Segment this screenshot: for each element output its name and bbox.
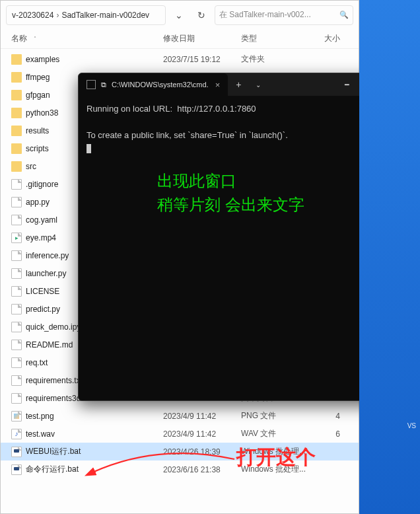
py-icon (11, 197, 22, 207)
file-name: app.py (26, 198, 50, 207)
search-box[interactable]: 在 SadTalker-main-v002... 🔍 (215, 5, 353, 25)
file-type: WAV 文件 (241, 428, 310, 439)
cmd-icon: ⧉ (101, 81, 106, 89)
file-name: eye.mp4 (26, 233, 56, 242)
explorer-toolbar: v-20230624 › SadTalker-main-v002dev ⌄ ↻ … (1, 1, 359, 29)
tab-dropdown-button[interactable]: ⌄ (249, 81, 267, 89)
dropdown-history-button[interactable]: ⌄ (170, 6, 188, 24)
file-type: 文件夹 (241, 54, 310, 65)
folder-icon (11, 143, 22, 154)
file-name: ffmpeg (26, 73, 50, 82)
terminal-tab[interactable]: ⧉ C:\WINDOWS\system32\cmd. × (79, 73, 228, 96)
desktop-background: VS (359, 0, 420, 514)
file-type: Windows 批处理... (241, 446, 310, 457)
file-icon (11, 375, 22, 386)
png-icon (11, 411, 22, 422)
bat-icon (11, 464, 22, 475)
file-name: predict.py (26, 305, 60, 314)
wav-icon (11, 429, 22, 439)
file-name: test.png (26, 412, 54, 421)
file-name: req.txt (26, 358, 48, 367)
file-name: LICENSE (26, 287, 59, 296)
text-cursor (87, 144, 91, 153)
search-icon: 🔍 (339, 11, 349, 19)
folder-icon (11, 161, 22, 172)
file-name: launcher.py (26, 269, 66, 278)
file-icon (11, 286, 22, 297)
file-date: 2023/7/15 19:12 (163, 55, 241, 64)
file-size: 4 (310, 412, 340, 421)
breadcrumb-seg[interactable]: v-20230624 (12, 11, 53, 20)
file-date: 2023/6/16 21:38 (163, 465, 241, 474)
breadcrumb-seg[interactable]: SadTalker-main-v002dev (61, 11, 149, 20)
refresh-button[interactable]: ↻ (192, 6, 211, 24)
folder-icon (11, 90, 22, 100)
file-name: README.md (26, 340, 73, 349)
file-row[interactable]: examples2023/7/15 19:12文件夹 (1, 50, 359, 68)
new-tab-button[interactable]: + (228, 79, 249, 90)
file-name: test.wav (26, 429, 55, 439)
terminal-tab-title: C:\WINDOWS\system32\cmd. (112, 81, 209, 89)
file-name: scripts (26, 144, 49, 153)
sort-indicator-icon: ˄ (34, 36, 36, 42)
file-type: PNG 文件 (241, 410, 310, 422)
file-name: requirements.txt (26, 376, 83, 385)
file-name: examples (26, 55, 59, 64)
file-icon (11, 322, 22, 332)
file-row[interactable]: 命令行运行.bat2023/6/16 21:38Windows 批处理... (1, 460, 359, 478)
tab-close-button[interactable]: × (214, 80, 222, 90)
col-header-name[interactable]: 名称 ˄ (11, 33, 163, 44)
chevron-right-icon: › (56, 11, 59, 20)
file-date: 2023/4/9 11:42 (163, 412, 241, 421)
folder-icon (11, 108, 22, 118)
file-name: src (26, 162, 36, 171)
file-name: .gitignore (26, 180, 58, 189)
minimize-button[interactable]: ━ (332, 73, 361, 96)
file-name: inference.py (26, 251, 69, 260)
file-type: Windows 批处理... (241, 464, 310, 475)
file-date: 2023/4/26 18:39 (163, 447, 241, 457)
py-icon (11, 250, 22, 261)
file-icon (11, 179, 22, 190)
folder-icon (11, 54, 22, 65)
search-placeholder: 在 SadTalker-main-v002... (219, 9, 311, 20)
col-header-date[interactable]: 修改日期 (163, 33, 241, 44)
file-date: 2023/4/9 11:42 (163, 429, 241, 439)
bat-icon (11, 447, 22, 457)
file-row[interactable]: test.png2023/4/9 11:42PNG 文件4 (1, 407, 359, 425)
file-row[interactable]: test.wav2023/4/9 11:42WAV 文件6 (1, 425, 359, 443)
column-headers: 名称 ˄ 修改日期 类型 大小 (1, 29, 359, 49)
file-name: gfpgan (26, 91, 50, 100)
file-icon (11, 340, 22, 350)
file-name: cog.yaml (26, 215, 57, 225)
desktop-icon-label: VS (407, 422, 416, 429)
file-icon (11, 215, 22, 225)
py-icon (11, 304, 22, 314)
folder-icon (11, 126, 22, 136)
file-size: 6 (310, 429, 340, 439)
file-row[interactable]: WEBUI运行.bat2023/4/26 18:39Windows 批处理... (1, 443, 359, 460)
file-icon (11, 393, 22, 404)
file-icon (11, 357, 22, 368)
folder-icon (11, 72, 22, 83)
py-icon (11, 268, 22, 279)
file-name: WEBUI运行.bat (26, 446, 81, 457)
col-header-size[interactable]: 大小 (310, 33, 340, 44)
file-name: 命令行运行.bat (26, 464, 79, 475)
col-header-type[interactable]: 类型 (241, 33, 310, 44)
shield-icon (87, 80, 96, 89)
mp4-icon (11, 233, 22, 243)
address-bar[interactable]: v-20230624 › SadTalker-main-v002dev (6, 5, 166, 25)
file-name: python38 (26, 108, 58, 118)
file-name: results (26, 126, 49, 135)
